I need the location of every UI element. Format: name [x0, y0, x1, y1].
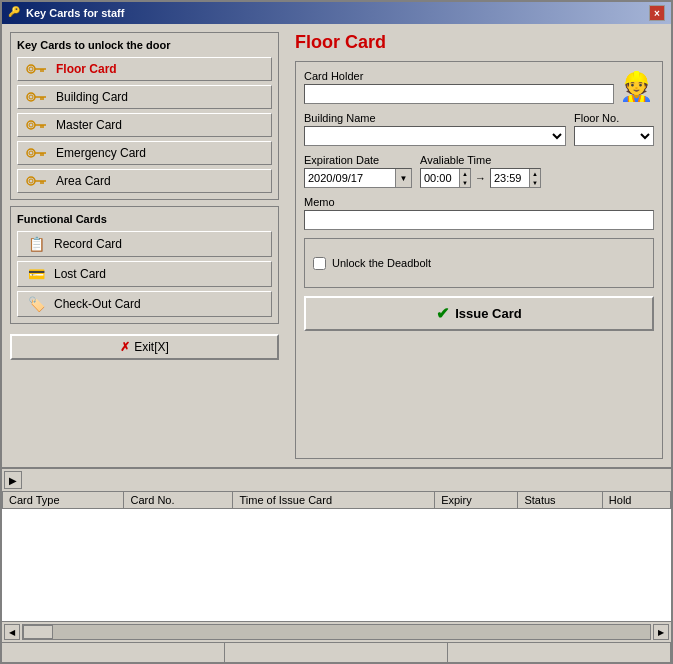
lost-card-button[interactable]: 💳 Lost Card	[17, 261, 272, 287]
col-issue-time: Time of Issue Card	[233, 492, 435, 509]
key-icon-4	[26, 146, 48, 160]
card-holder-label: Card Holder	[304, 70, 654, 82]
time-to-up[interactable]: ▲	[530, 169, 540, 178]
table-nav-row: ▶	[2, 468, 671, 491]
record-card-button[interactable]: 📋 Record Card	[17, 231, 272, 257]
status-segment-1	[2, 643, 225, 662]
scroll-track[interactable]	[22, 624, 651, 640]
memo-label: Memo	[304, 196, 654, 208]
col-status: Status	[518, 492, 602, 509]
col-card-type: Card Type	[3, 492, 124, 509]
scroll-right-button[interactable]: ▶	[653, 624, 669, 640]
time-row: ▲ ▼ → ▲ ▼	[420, 168, 541, 188]
building-name-group: Building Name	[304, 112, 566, 146]
time-from-spin: ▲ ▼	[420, 168, 471, 188]
checkmark-icon: ✔	[436, 304, 449, 323]
time-from-down[interactable]: ▼	[460, 178, 470, 187]
svg-point-10	[27, 121, 35, 129]
key-cards-section: Key Cards to unlock the door Floor Card	[10, 32, 279, 200]
svg-point-5	[27, 93, 35, 101]
floor-no-select[interactable]	[574, 126, 654, 146]
title-bar: 🔑 Key Cards for staff ×	[2, 2, 671, 24]
memo-group: Memo	[304, 196, 654, 230]
building-name-select[interactable]	[304, 126, 566, 146]
expiration-label: Expiration Date	[304, 154, 412, 166]
expiration-input-wrap: ▼	[304, 168, 412, 188]
exit-x-icon: ✗	[120, 340, 130, 354]
col-expiry: Expiry	[435, 492, 518, 509]
close-button[interactable]: ×	[649, 5, 665, 21]
scrollbar-area: ◀ ▶	[2, 621, 671, 642]
master-card-label: Master Card	[56, 118, 122, 132]
deadbolt-checkbox[interactable]	[313, 257, 326, 270]
scroll-left-button[interactable]: ◀	[4, 624, 20, 640]
bottom-section: ▶ Card Type Card No. Time of Issue Card …	[2, 467, 671, 662]
scroll-thumb	[23, 625, 53, 639]
time-from-up[interactable]: ▲	[460, 169, 470, 178]
panel-title: Floor Card	[295, 32, 663, 53]
key-cards-title: Key Cards to unlock the door	[17, 39, 272, 51]
memo-input[interactable]	[304, 210, 654, 230]
key-icon-5	[26, 174, 48, 188]
time-to-input[interactable]	[491, 171, 529, 185]
issue-card-label: Issue Card	[455, 306, 521, 321]
floor-card-button[interactable]: Floor Card	[17, 57, 272, 81]
building-card-label: Building Card	[56, 90, 128, 104]
left-panel: Key Cards to unlock the door Floor Card	[2, 24, 287, 467]
status-segment-3	[448, 643, 671, 662]
area-card-label: Area Card	[56, 174, 111, 188]
window-icon: 🔑	[8, 6, 22, 20]
time-to-down[interactable]: ▼	[530, 178, 540, 187]
key-icon-2	[26, 90, 48, 104]
expiration-dropdown-arrow[interactable]: ▼	[395, 169, 411, 187]
svg-point-1	[29, 67, 33, 71]
table-container[interactable]: Card Type Card No. Time of Issue Card Ex…	[2, 491, 671, 621]
key-icon	[26, 62, 48, 76]
exit-button[interactable]: ✗ Exit[X]	[10, 334, 279, 360]
floor-card-label: Floor Card	[56, 62, 117, 76]
right-panel: Floor Card 👷 Card Holder Building Name F…	[287, 24, 671, 467]
status-segment-2	[225, 643, 448, 662]
svg-point-16	[29, 151, 33, 155]
form-section: 👷 Card Holder Building Name Floor No.	[295, 61, 663, 459]
deadbolt-area: Unlock the Deadbolt	[304, 238, 654, 288]
expiration-group: Expiration Date ▼	[304, 154, 412, 188]
time-from-input[interactable]	[421, 171, 459, 185]
card-holder-input[interactable]	[304, 84, 614, 104]
functional-cards-section: Functional Cards 📋 Record Card 💳 Lost Ca…	[10, 206, 279, 324]
col-hold: Hold	[602, 492, 670, 509]
emergency-card-button[interactable]: Emergency Card	[17, 141, 272, 165]
svg-point-15	[27, 149, 35, 157]
data-table: Card Type Card No. Time of Issue Card Ex…	[2, 491, 671, 509]
exit-label: Exit[X]	[134, 340, 169, 354]
record-card-label: Record Card	[54, 237, 122, 251]
lost-icon: 💳	[26, 266, 46, 282]
record-icon: 📋	[26, 236, 46, 252]
checkout-card-label: Check-Out Card	[54, 297, 141, 311]
building-card-button[interactable]: Building Card	[17, 85, 272, 109]
checkout-icon: 🏷️	[26, 296, 46, 312]
svg-point-0	[27, 65, 35, 73]
building-floor-row: Building Name Floor No.	[304, 112, 654, 146]
functional-cards-title: Functional Cards	[17, 213, 272, 225]
main-window: 🔑 Key Cards for staff × Key Cards to unl…	[0, 0, 673, 664]
svg-point-11	[29, 123, 33, 127]
expiration-input[interactable]	[305, 171, 395, 185]
floor-no-label: Floor No.	[574, 112, 654, 124]
col-card-no: Card No.	[124, 492, 233, 509]
date-time-row: Expiration Date ▼ Avaliable Time	[304, 154, 654, 188]
table-nav-button[interactable]: ▶	[4, 471, 22, 489]
area-card-button[interactable]: Area Card	[17, 169, 272, 193]
emergency-card-label: Emergency Card	[56, 146, 146, 160]
issue-card-button[interactable]: ✔ Issue Card	[304, 296, 654, 331]
available-label: Avaliable Time	[420, 154, 541, 166]
master-card-button[interactable]: Master Card	[17, 113, 272, 137]
time-to-spin: ▲ ▼	[490, 168, 541, 188]
lost-card-label: Lost Card	[54, 267, 106, 281]
key-icon-3	[26, 118, 48, 132]
checkout-card-button[interactable]: 🏷️ Check-Out Card	[17, 291, 272, 317]
deadbolt-checkbox-label[interactable]: Unlock the Deadbolt	[313, 257, 431, 270]
window-title: Key Cards for staff	[26, 7, 124, 19]
status-bar	[2, 642, 671, 662]
deadbolt-text: Unlock the Deadbolt	[332, 257, 431, 269]
